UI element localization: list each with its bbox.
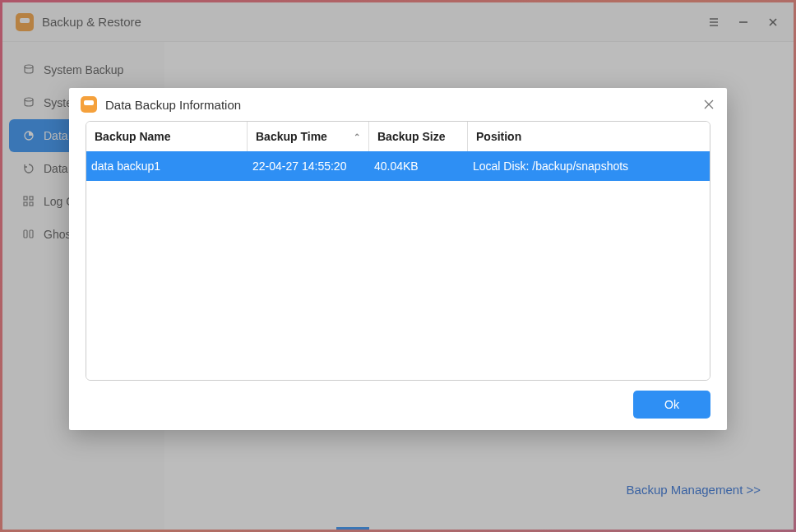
modal-overlay: Data Backup Information Backup Name Back… xyxy=(0,0,796,532)
column-header-size[interactable]: Backup Size xyxy=(369,122,468,151)
table-header: Backup Name Backup Time ⌃ Backup Size Po… xyxy=(86,122,710,151)
column-header-name[interactable]: Backup Name xyxy=(86,122,248,151)
column-header-time[interactable]: Backup Time ⌃ xyxy=(248,122,369,151)
table-row[interactable]: data backup1 22-04-27 14:55:20 40.04KB L… xyxy=(86,151,710,181)
dialog-footer: Ok xyxy=(69,381,727,419)
ok-button[interactable]: Ok xyxy=(633,391,710,419)
backup-table: Backup Name Backup Time ⌃ Backup Size Po… xyxy=(86,121,710,381)
table-body: data backup1 22-04-27 14:55:20 40.04KB L… xyxy=(86,151,710,380)
dialog-header: Data Backup Information xyxy=(69,88,727,121)
cell-size: 40.04KB xyxy=(369,151,468,181)
cell-time: 22-04-27 14:55:20 xyxy=(248,151,369,181)
sort-asc-icon: ⌃ xyxy=(354,132,360,141)
cell-position: Local Disk: /backup/snapshots xyxy=(468,151,710,181)
dialog-app-icon xyxy=(81,96,97,113)
cell-name: data backup1 xyxy=(86,151,248,181)
dialog-close-button[interactable] xyxy=(702,98,715,111)
data-backup-info-dialog: Data Backup Information Backup Name Back… xyxy=(69,88,727,430)
column-header-time-label: Backup Time xyxy=(256,130,327,143)
column-header-position[interactable]: Position xyxy=(468,122,710,151)
dialog-title: Data Backup Information xyxy=(105,98,241,112)
